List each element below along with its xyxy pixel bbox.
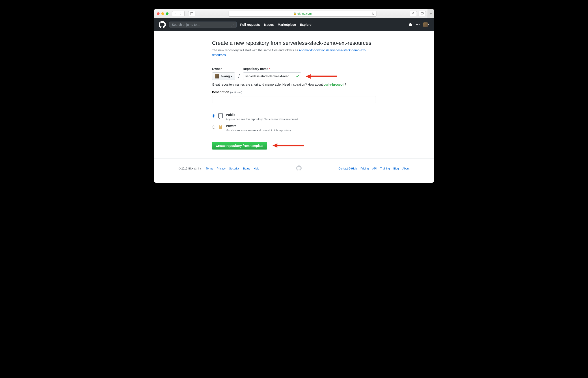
svg-rect-7 — [220, 116, 220, 117]
divider — [212, 63, 376, 63]
visibility-public-option[interactable]: Public Anyone can see this repository. Y… — [212, 113, 376, 121]
github-mark-icon — [296, 165, 302, 172]
owner-select[interactable]: fwang ▾ — [212, 72, 235, 80]
name-hint: Great repository names are short and mem… — [212, 83, 376, 86]
nav-explore[interactable]: Explore — [300, 23, 311, 27]
page-content: Create a new repository from serverless-… — [154, 31, 434, 183]
share-button[interactable] — [410, 11, 417, 16]
url-text: github.com — [297, 12, 312, 15]
maximize-window-button[interactable] — [166, 12, 169, 15]
svg-rect-3 — [421, 13, 423, 14]
svg-marker-8 — [273, 143, 304, 148]
annotation-arrow — [306, 74, 337, 79]
tabs-button[interactable] — [418, 11, 426, 16]
caret-down-icon: ▾ — [231, 75, 232, 77]
page-subheading: The new repository will start with the s… — [212, 48, 376, 57]
visibility-group: Public Anyone can see this repository. Y… — [212, 113, 376, 132]
private-subtitle: You choose who can see and commit to thi… — [226, 129, 291, 132]
github-logo[interactable] — [159, 21, 166, 28]
footer-status[interactable]: Status — [242, 167, 250, 170]
user-menu[interactable]: ▾ — [423, 22, 429, 27]
repo-name-label: Repository name * — [243, 67, 301, 71]
browser-chrome: 〈 〉 🔒 github.com ↻ + — [154, 9, 434, 18]
footer-help[interactable]: Help — [254, 167, 259, 170]
private-radio[interactable] — [212, 126, 215, 129]
avatar — [423, 22, 428, 27]
lock-icon: 🔒 — [293, 12, 297, 15]
public-radio[interactable] — [212, 114, 215, 118]
caret-down-icon: ▾ — [418, 24, 420, 26]
close-window-button[interactable] — [157, 12, 159, 15]
footer-api[interactable]: API — [372, 167, 377, 170]
annotation-arrow — [273, 143, 304, 148]
github-search: / — [170, 22, 237, 28]
sidebar-toggle-button[interactable] — [188, 11, 196, 16]
nav-pull-requests[interactable]: Pull requests — [240, 23, 260, 27]
public-subtitle: Anyone can see this repository. You choo… — [226, 118, 299, 121]
name-suggestion-link[interactable]: curly-broccoli — [324, 83, 344, 86]
owner-name: fwang — [221, 74, 230, 78]
nav-buttons: 〈 〉 — [172, 11, 185, 16]
minimize-window-button[interactable] — [161, 12, 164, 15]
header-right: +▾ ▾ — [408, 22, 429, 27]
public-title: Public — [226, 113, 299, 117]
slash-separator: / — [238, 73, 240, 79]
window-controls — [157, 12, 169, 15]
footer-pricing[interactable]: Pricing — [361, 167, 369, 170]
private-title: Private — [226, 124, 291, 128]
forward-button[interactable]: 〉 — [178, 11, 185, 16]
footer-about[interactable]: About — [403, 167, 409, 170]
nav-issues[interactable]: Issues — [264, 23, 274, 27]
check-icon — [296, 74, 299, 79]
footer-security[interactable]: Security — [229, 167, 239, 170]
nav-marketplace[interactable]: Marketplace — [278, 23, 296, 27]
repo-public-icon — [217, 113, 224, 119]
footer-contact[interactable]: Contact GitHub — [339, 167, 357, 170]
divider — [212, 138, 376, 138]
search-input[interactable] — [170, 22, 237, 28]
svg-rect-5 — [220, 114, 220, 115]
repo-name-input[interactable] — [243, 72, 301, 80]
back-button[interactable]: 〈 — [172, 11, 178, 16]
visibility-private-option[interactable]: Private You choose who can see and commi… — [212, 124, 376, 132]
owner-avatar — [215, 74, 219, 79]
reload-button[interactable]: ↻ — [372, 12, 374, 15]
primary-nav: Pull requests Issues Marketplace Explore — [240, 23, 312, 27]
page-title: Create a new repository from serverless-… — [212, 40, 376, 46]
divider — [212, 109, 376, 109]
new-tab-button[interactable]: + — [428, 9, 434, 18]
address-bar[interactable]: 🔒 github.com ↻ — [229, 11, 377, 17]
footer-training[interactable]: Training — [380, 167, 390, 170]
site-footer: © 2019 GitHub, Inc. Terms Privacy Securi… — [154, 159, 434, 176]
browser-window: 〈 〉 🔒 github.com ↻ + / — [154, 9, 434, 183]
copyright: © 2019 GitHub, Inc. — [179, 167, 202, 170]
slash-key-hint: / — [231, 23, 235, 27]
github-header: / Pull requests Issues Marketplace Explo… — [154, 18, 434, 31]
tabs-icon — [421, 12, 424, 15]
create-menu[interactable]: +▾ — [416, 22, 420, 27]
description-input[interactable] — [212, 96, 376, 103]
repo-private-icon — [217, 124, 224, 131]
notifications-icon[interactable] — [408, 23, 412, 27]
share-icon — [412, 12, 415, 15]
footer-blog[interactable]: Blog — [393, 167, 399, 170]
github-mark-icon — [159, 21, 166, 28]
sidebar-icon — [190, 12, 193, 15]
svg-rect-6 — [220, 115, 220, 116]
owner-label: Owner — [212, 67, 235, 71]
create-repository-button[interactable]: Create repository from template — [212, 142, 267, 149]
description-label: Description (optional) — [212, 90, 376, 94]
caret-down-icon: ▾ — [428, 24, 429, 26]
footer-terms[interactable]: Terms — [206, 167, 213, 170]
footer-privacy[interactable]: Privacy — [217, 167, 225, 170]
svg-rect-0 — [190, 12, 193, 15]
svg-marker-4 — [306, 74, 337, 79]
